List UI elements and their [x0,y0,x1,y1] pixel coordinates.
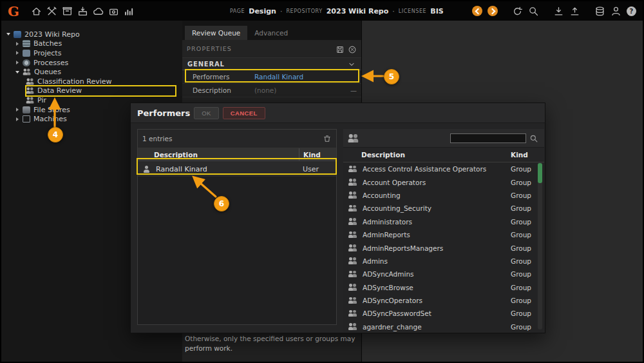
home-icon[interactable] [31,6,42,17]
description-property-row[interactable]: Description (none) — [182,84,361,97]
description-column-header[interactable]: Description [138,148,299,161]
performer-kind: User [299,165,336,173]
group-row[interactable]: AdminsGroup [343,255,544,268]
licensee-value: BIS [430,7,443,15]
batches-icon [23,40,30,47]
tab-review-queue[interactable]: Review Queue [185,26,247,40]
step-badge-5: 5 [384,69,399,84]
expander-closed-icon[interactable] [14,106,21,113]
expander-closed-icon[interactable] [14,116,21,123]
performers-property-row[interactable]: Performers Randall Kinard [182,70,361,84]
performer-search-input[interactable] [450,133,526,143]
expander-closed-icon[interactable] [14,59,21,66]
top-bar: G PAGE Design · REPOSITORY 2023 Wiki Rep… [1,1,643,21]
expander-open-icon[interactable] [14,69,21,75]
description-column-header[interactable]: Description [343,148,507,162]
group-description: ADSyncAdmins [363,270,507,278]
group-icon [348,310,357,317]
general-section-header[interactable]: GENERAL [182,58,361,70]
group-row[interactable]: AccountingGroup [343,189,544,202]
page-label: PAGE [230,8,245,14]
performers-dialog: Performers OK CANCEL 1 entries Descripti… [130,103,545,333]
performer-description: Randall Kinard [156,165,299,173]
kind-column-header[interactable]: Kind [507,148,544,162]
refresh-icon[interactable] [512,6,523,17]
download-icon[interactable] [553,6,564,17]
tree-item-repo-root[interactable]: 2023 Wiki Repo [1,30,182,39]
selected-table-header: Description Kind [138,148,336,161]
kind-column-header[interactable]: Kind [299,148,336,161]
ellipsis-dash-icon[interactable]: — [350,87,357,94]
selected-panel-toolbar: 1 entries [138,130,336,148]
queues-icon [23,69,32,75]
chevron-down-icon[interactable] [347,59,356,68]
tree-item-data-review[interactable]: Data Review [1,86,182,96]
close-circle-icon[interactable] [348,44,357,54]
file-stores-icon [23,106,30,113]
chevron-left-icon [475,8,481,14]
stats-chart-icon[interactable] [124,6,135,17]
search-magnifier-icon[interactable] [529,133,538,142]
group-row[interactable]: AdminReportsManagersGroup [343,241,544,254]
tree-item-processes[interactable]: Processes [1,58,182,68]
archive-box-icon[interactable] [62,6,73,17]
design-tools-icon[interactable] [46,6,57,17]
ok-button[interactable]: OK [194,107,219,119]
topbar-right-icons: ? [472,6,636,17]
page-value[interactable]: Design [249,7,276,15]
forward-button[interactable] [488,6,498,16]
group-row[interactable]: ADSyncAdminsGroup [343,268,544,280]
group-description: AdminReportsManagers [363,244,507,252]
group-description: Administrators [363,218,507,226]
queue-people-icon [26,97,35,104]
expander-closed-icon[interactable] [14,50,21,56]
upload-icon[interactable] [569,6,580,17]
group-row[interactable]: ADSyncBrowseGroup [343,281,544,294]
group-icon [348,257,357,264]
tree-item-label: Pir [37,96,46,104]
group-row[interactable]: Account OperatorsGroup [343,175,544,188]
group-row[interactable]: ADSyncOperatorsGroup [343,294,544,307]
properties-header: PROPERTIES [182,40,361,58]
tree-item-projects[interactable]: Projects [1,48,182,58]
expander-open-icon[interactable] [5,31,12,37]
group-icon [348,166,357,173]
dialog-header: Performers OK CANCEL [131,103,545,123]
group-description: Accounting [363,191,507,199]
import-box-icon[interactable] [77,6,88,17]
tree-item-batches[interactable]: Batches [1,39,182,49]
group-description: ADSyncBrowse [363,284,507,291]
performers-property-value[interactable]: Randall Kinard [254,73,303,81]
group-row[interactable]: AdminReportsGroup [343,228,544,241]
group-row[interactable]: AdministratorsGroup [343,215,544,228]
app-window: G PAGE Design · REPOSITORY 2023 Wiki Rep… [0,0,644,363]
cloud-icon[interactable] [93,6,104,17]
machine-box-icon[interactable] [108,6,119,17]
cancel-button[interactable]: CANCEL [223,107,265,119]
description-property-value[interactable]: (none) [254,86,276,94]
trash-icon[interactable] [323,134,332,143]
tab-advanced[interactable]: Advanced [247,26,295,40]
database-icon[interactable] [594,6,605,17]
tree-item-queues[interactable]: Queues [1,67,182,77]
group-row[interactable]: Accounting_SecurityGroup [343,202,544,215]
repository-value[interactable]: 2023 Wiki Repo [327,7,389,15]
save-icon[interactable] [336,44,345,54]
repository-label: REPOSITORY [286,8,322,14]
search-icon[interactable] [528,6,539,17]
tree-item-label: Batches [33,39,62,48]
scrollbar-track[interactable] [538,162,542,329]
help-icon[interactable]: ? [627,6,636,16]
expander-closed-icon[interactable] [14,41,21,47]
scrollbar-thumb[interactable] [538,163,542,183]
selected-performer-row[interactable]: Randall Kinard User [138,161,336,177]
group-row[interactable]: Access Control Assistance OperatorsGroup [343,162,544,175]
user-icon[interactable] [611,6,621,17]
help-footnote: Otherwise, only the specified users or g… [185,334,356,353]
group-row[interactable]: ADSyncPasswordSetGroup [343,307,544,320]
group-row[interactable]: agardner_changeGroup [343,320,544,333]
available-rows: Access Control Assistance OperatorsGroup… [343,162,544,333]
back-button[interactable] [472,6,482,16]
tree-item-classification-review[interactable]: Classification Review [1,77,182,86]
group-description: ADSyncPasswordSet [363,309,507,317]
